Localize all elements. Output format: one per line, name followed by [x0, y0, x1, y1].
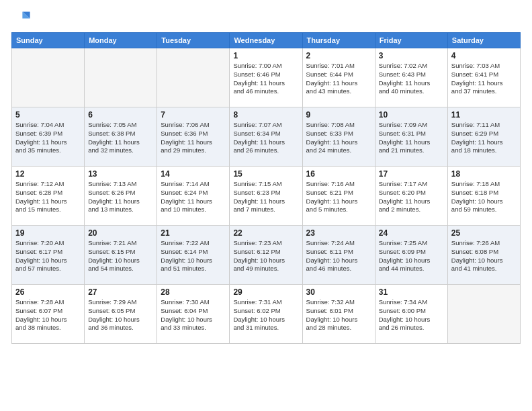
table-row: 28Sunrise: 7:30 AM Sunset: 6:04 PM Dayli… — [157, 285, 230, 344]
col-sunday: Sunday — [12, 33, 85, 48]
day-info: Sunrise: 7:14 AM Sunset: 6:24 PM Dayligh… — [161, 180, 226, 214]
table-row: 29Sunrise: 7:31 AM Sunset: 6:02 PM Dayli… — [230, 285, 302, 344]
day-info: Sunrise: 7:02 AM Sunset: 6:43 PM Dayligh… — [379, 62, 444, 96]
day-info: Sunrise: 7:01 AM Sunset: 6:44 PM Dayligh… — [306, 62, 371, 96]
day-number: 7 — [161, 110, 226, 120]
day-number: 8 — [233, 110, 298, 120]
day-info: Sunrise: 7:24 AM Sunset: 6:11 PM Dayligh… — [306, 239, 371, 273]
table-row — [447, 285, 520, 344]
table-row: 16Sunrise: 7:16 AM Sunset: 6:21 PM Dayli… — [302, 167, 375, 226]
table-row: 21Sunrise: 7:22 AM Sunset: 6:14 PM Dayli… — [157, 226, 230, 285]
day-info: Sunrise: 7:07 AM Sunset: 6:34 PM Dayligh… — [233, 121, 298, 155]
table-row: 5Sunrise: 7:04 AM Sunset: 6:39 PM Daylig… — [12, 107, 85, 167]
day-number: 21 — [161, 228, 226, 238]
day-number: 10 — [379, 110, 444, 120]
table-row: 24Sunrise: 7:25 AM Sunset: 6:09 PM Dayli… — [375, 226, 447, 285]
day-number: 26 — [15, 287, 81, 297]
day-info: Sunrise: 7:03 AM Sunset: 6:41 PM Dayligh… — [451, 62, 517, 96]
table-row: 27Sunrise: 7:29 AM Sunset: 6:05 PM Dayli… — [85, 285, 157, 344]
table-row: 22Sunrise: 7:23 AM Sunset: 6:12 PM Dayli… — [230, 226, 302, 285]
calendar-week-row: 5Sunrise: 7:04 AM Sunset: 6:39 PM Daylig… — [12, 107, 521, 167]
col-thursday: Thursday — [302, 33, 375, 48]
day-number: 24 — [379, 228, 444, 238]
day-number: 22 — [233, 228, 298, 238]
day-number: 23 — [306, 228, 371, 238]
day-number: 20 — [88, 228, 153, 238]
col-monday: Monday — [85, 33, 157, 48]
day-number: 9 — [306, 110, 371, 120]
table-row: 11Sunrise: 7:11 AM Sunset: 6:29 PM Dayli… — [447, 107, 520, 167]
table-row: 31Sunrise: 7:34 AM Sunset: 6:00 PM Dayli… — [375, 285, 447, 344]
day-info: Sunrise: 7:21 AM Sunset: 6:15 PM Dayligh… — [88, 239, 153, 273]
table-row: 13Sunrise: 7:13 AM Sunset: 6:26 PM Dayli… — [85, 167, 157, 226]
day-number: 29 — [233, 287, 298, 297]
table-row: 14Sunrise: 7:14 AM Sunset: 6:24 PM Dayli… — [157, 167, 230, 226]
day-info: Sunrise: 7:23 AM Sunset: 6:12 PM Dayligh… — [233, 239, 298, 273]
calendar-table: Sunday Monday Tuesday Wednesday Thursday… — [11, 32, 521, 344]
col-wednesday: Wednesday — [230, 33, 302, 48]
day-info: Sunrise: 7:08 AM Sunset: 6:33 PM Dayligh… — [306, 121, 371, 155]
day-info: Sunrise: 7:32 AM Sunset: 6:01 PM Dayligh… — [306, 298, 371, 332]
table-row: 17Sunrise: 7:17 AM Sunset: 6:20 PM Dayli… — [375, 167, 447, 226]
calendar-week-row: 1Sunrise: 7:00 AM Sunset: 6:46 PM Daylig… — [12, 48, 521, 107]
logo — [12, 8, 34, 27]
calendar-week-row: 12Sunrise: 7:12 AM Sunset: 6:28 PM Dayli… — [12, 167, 521, 226]
day-info: Sunrise: 7:06 AM Sunset: 6:36 PM Dayligh… — [161, 121, 226, 155]
table-row: 26Sunrise: 7:28 AM Sunset: 6:07 PM Dayli… — [12, 285, 85, 344]
col-saturday: Saturday — [447, 33, 520, 48]
table-row — [157, 48, 230, 107]
day-number: 15 — [233, 169, 298, 179]
day-info: Sunrise: 7:12 AM Sunset: 6:28 PM Dayligh… — [15, 180, 81, 214]
table-row: 18Sunrise: 7:18 AM Sunset: 6:18 PM Dayli… — [447, 167, 520, 226]
day-info: Sunrise: 7:18 AM Sunset: 6:18 PM Dayligh… — [451, 180, 517, 214]
table-row: 1Sunrise: 7:00 AM Sunset: 6:46 PM Daylig… — [230, 48, 302, 107]
calendar-week-row: 26Sunrise: 7:28 AM Sunset: 6:07 PM Dayli… — [12, 285, 521, 344]
table-row: 30Sunrise: 7:32 AM Sunset: 6:01 PM Dayli… — [302, 285, 375, 344]
day-info: Sunrise: 7:04 AM Sunset: 6:39 PM Dayligh… — [15, 121, 81, 155]
table-row: 23Sunrise: 7:24 AM Sunset: 6:11 PM Dayli… — [302, 226, 375, 285]
table-row: 7Sunrise: 7:06 AM Sunset: 6:36 PM Daylig… — [157, 107, 230, 167]
day-number: 4 — [451, 51, 517, 60]
table-row: 19Sunrise: 7:20 AM Sunset: 6:17 PM Dayli… — [12, 226, 85, 285]
table-row: 10Sunrise: 7:09 AM Sunset: 6:31 PM Dayli… — [375, 107, 447, 167]
header — [0, 0, 532, 32]
page: Sunday Monday Tuesday Wednesday Thursday… — [0, 0, 532, 411]
day-info: Sunrise: 7:16 AM Sunset: 6:21 PM Dayligh… — [306, 180, 371, 214]
table-row: 9Sunrise: 7:08 AM Sunset: 6:33 PM Daylig… — [302, 107, 375, 167]
table-row — [12, 48, 85, 107]
day-info: Sunrise: 7:34 AM Sunset: 6:00 PM Dayligh… — [379, 298, 444, 332]
day-info: Sunrise: 7:29 AM Sunset: 6:05 PM Dayligh… — [88, 298, 153, 332]
day-info: Sunrise: 7:31 AM Sunset: 6:02 PM Dayligh… — [233, 298, 298, 332]
day-number: 5 — [15, 110, 81, 120]
day-number: 2 — [306, 51, 371, 60]
day-info: Sunrise: 7:05 AM Sunset: 6:38 PM Dayligh… — [88, 121, 153, 155]
day-info: Sunrise: 7:11 AM Sunset: 6:29 PM Dayligh… — [451, 121, 517, 155]
day-info: Sunrise: 7:28 AM Sunset: 6:07 PM Dayligh… — [15, 298, 81, 332]
table-row: 25Sunrise: 7:26 AM Sunset: 6:08 PM Dayli… — [447, 226, 520, 285]
day-number: 17 — [379, 169, 444, 179]
day-number: 14 — [161, 169, 226, 179]
day-number: 19 — [15, 228, 81, 238]
day-info: Sunrise: 7:00 AM Sunset: 6:46 PM Dayligh… — [233, 62, 298, 96]
table-row: 4Sunrise: 7:03 AM Sunset: 6:41 PM Daylig… — [447, 48, 520, 107]
calendar-header-row: Sunday Monday Tuesday Wednesday Thursday… — [12, 33, 521, 48]
day-info: Sunrise: 7:09 AM Sunset: 6:31 PM Dayligh… — [379, 121, 444, 155]
table-row — [85, 48, 157, 107]
day-number: 28 — [161, 287, 226, 297]
col-tuesday: Tuesday — [157, 33, 230, 48]
table-row: 2Sunrise: 7:01 AM Sunset: 6:44 PM Daylig… — [302, 48, 375, 107]
day-info: Sunrise: 7:13 AM Sunset: 6:26 PM Dayligh… — [88, 180, 153, 214]
day-number: 12 — [15, 169, 81, 179]
day-number: 11 — [451, 110, 517, 120]
calendar-week-row: 19Sunrise: 7:20 AM Sunset: 6:17 PM Dayli… — [12, 226, 521, 285]
table-row: 15Sunrise: 7:15 AM Sunset: 6:23 PM Dayli… — [230, 167, 302, 226]
day-info: Sunrise: 7:25 AM Sunset: 6:09 PM Dayligh… — [379, 239, 444, 273]
day-number: 25 — [451, 228, 517, 238]
generalblue-icon — [12, 8, 31, 27]
col-friday: Friday — [375, 33, 447, 48]
table-row: 8Sunrise: 7:07 AM Sunset: 6:34 PM Daylig… — [230, 107, 302, 167]
day-number: 30 — [306, 287, 371, 297]
table-row: 6Sunrise: 7:05 AM Sunset: 6:38 PM Daylig… — [85, 107, 157, 167]
day-info: Sunrise: 7:30 AM Sunset: 6:04 PM Dayligh… — [161, 298, 226, 332]
day-info: Sunrise: 7:26 AM Sunset: 6:08 PM Dayligh… — [451, 239, 517, 273]
